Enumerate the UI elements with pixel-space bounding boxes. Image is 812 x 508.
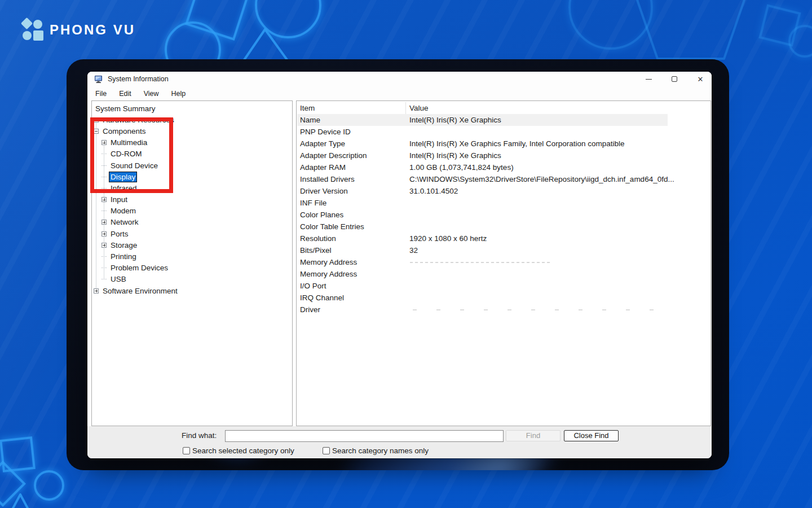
checkbox-search-category-names[interactable] [323, 447, 330, 454]
find-button[interactable]: Find [506, 430, 561, 441]
tree-item-input[interactable]: Input [92, 194, 292, 205]
tree-item-label: Network [109, 217, 140, 227]
tree-connector-dash [102, 279, 107, 279]
tree-item-usb[interactable]: USB [92, 274, 292, 285]
title-bar[interactable]: System Information ✕ [87, 72, 712, 87]
tree-item-storage[interactable]: Storage [92, 239, 292, 251]
redacted-value [413, 309, 658, 310]
find-what-label: Find what: [182, 431, 217, 440]
tree-item-label: Modem [109, 206, 137, 216]
value-cell: 31.0.101.4502 [409, 185, 458, 197]
tree-item-label: Software Environment [102, 286, 179, 296]
tree-item-system-summary[interactable]: System Summary [92, 103, 292, 114]
table-row-pnp-device-id[interactable]: PNP Device ID [297, 126, 668, 138]
table-row-color-table-entries[interactable]: Color Table Entries [297, 221, 668, 233]
brand-logo-icon [21, 19, 45, 41]
tree-item-label: Storage [109, 240, 138, 250]
table-row-adapter-ram[interactable]: Adapter RAM1.00 GB (1,073,741,824 bytes) [297, 161, 668, 173]
table-row-adapter-type[interactable]: Adapter TypeIntel(R) Iris(R) Xe Graphics… [297, 138, 668, 150]
window-title: System Information [108, 75, 169, 83]
expand-plus-icon[interactable] [102, 231, 107, 237]
tree-connector-dash [102, 268, 107, 268]
maximize-icon [672, 76, 677, 82]
menu-edit[interactable]: Edit [117, 89, 134, 99]
table-row-installed-drivers[interactable]: Installed DriversC:\WINDOWS\System32\Dri… [297, 173, 668, 185]
minimize-button[interactable] [636, 72, 661, 86]
menu-help[interactable]: Help [169, 89, 188, 99]
redacted-value [410, 262, 552, 263]
checkbox-search-selected-category[interactable] [183, 447, 190, 454]
tree-item-label: Ports [109, 229, 130, 239]
item-cell: Memory Address [300, 268, 357, 280]
tree-item-label: Input [109, 195, 129, 204]
item-cell: Installed Drivers [300, 173, 355, 185]
close-button[interactable]: ✕ [687, 72, 713, 86]
details-panel: Item Value NameIntel(R) Iris(R) Xe Graph… [296, 100, 711, 426]
red-highlight-annotation [90, 117, 173, 193]
value-cell: C:\WINDOWS\System32\DriverStore\FileRepo… [409, 173, 674, 185]
table-row-driver[interactable]: Driver [297, 304, 668, 316]
item-cell: Color Table Entries [300, 221, 364, 233]
expand-plus-icon[interactable] [102, 243, 107, 248]
table-row-color-planes[interactable]: Color Planes [297, 209, 668, 221]
logo-circle-shape [33, 20, 42, 29]
tree-item-label: System Summary [94, 104, 157, 113]
brand-logo: PHONG VU [21, 19, 135, 41]
table-row-memory-address[interactable]: Memory Address [297, 256, 668, 268]
column-header-item: Item [300, 102, 315, 114]
table-row-memory-address[interactable]: Memory Address [297, 268, 668, 280]
find-options-row: Search selected category only Search cat… [87, 446, 712, 456]
tree-item-ports[interactable]: Ports [92, 228, 292, 239]
find-bar: Find what: Find Close Find Search select… [87, 426, 712, 458]
item-cell: Resolution [300, 233, 336, 244]
logo-square-shape [33, 30, 43, 41]
item-cell: Adapter Type [300, 138, 345, 150]
checkbox-label: Search category names only [332, 446, 429, 455]
logo-circle-shape [23, 31, 32, 40]
value-cell: Intel(R) Iris(R) Xe Graphics Family, Int… [409, 138, 625, 150]
tree-item-software-environment[interactable]: Software Environment [92, 285, 292, 296]
tree-item-label: Problem Devices [109, 263, 169, 273]
item-cell: IRQ Channel [300, 292, 344, 304]
expand-plus-icon[interactable] [94, 288, 99, 294]
table-row-resolution[interactable]: Resolution1920 x 1080 x 60 hertz [297, 233, 668, 244]
value-cell: 32 [409, 244, 418, 256]
table-row-irq-channel[interactable]: IRQ Channel [297, 292, 668, 304]
tree-item-label: USB [109, 274, 127, 284]
item-cell: Adapter RAM [300, 161, 346, 173]
table-row-inf-file[interactable]: INF File [297, 197, 668, 209]
table-row-i-o-port[interactable]: I/O Port [297, 280, 668, 292]
maximize-button[interactable] [661, 72, 687, 86]
checkbox-label: Search selected category only [192, 446, 294, 455]
item-cell: Memory Address [300, 256, 357, 268]
table-row-bits-pixel[interactable]: Bits/Pixel32 [297, 244, 668, 256]
table-row-name[interactable]: NameIntel(R) Iris(R) Xe Graphics [297, 114, 668, 126]
find-input[interactable] [225, 430, 504, 442]
table-row-adapter-description[interactable]: Adapter DescriptionIntel(R) Iris(R) Xe G… [297, 150, 668, 161]
tree-item-network[interactable]: Network [92, 217, 292, 228]
close-icon: ✕ [698, 76, 704, 83]
expand-plus-icon[interactable] [102, 197, 107, 202]
logo-diamond-shape [21, 17, 33, 29]
item-cell: I/O Port [300, 280, 326, 292]
system-information-window: System Information ✕ FileEditViewHelp Sy… [87, 72, 712, 458]
item-cell: Adapter Description [300, 150, 367, 161]
menu-bar: FileEditViewHelp [87, 87, 712, 100]
menu-view[interactable]: View [142, 89, 161, 99]
value-cell: 1920 x 1080 x 60 hertz [409, 233, 487, 244]
table-row-driver-version[interactable]: Driver Version31.0.101.4502 [297, 185, 668, 197]
tree-item-printing[interactable]: Printing [92, 251, 292, 262]
msinfo-app-icon [94, 75, 103, 84]
menu-file[interactable]: File [93, 89, 109, 99]
close-find-button[interactable]: Close Find [564, 430, 619, 441]
item-cell: PNP Device ID [300, 126, 351, 138]
deco-pentagon-outline [632, 0, 750, 63]
tree-connector-dash [102, 211, 107, 211]
value-cell: Intel(R) Iris(R) Xe Graphics [409, 114, 501, 126]
table-header-row: Item Value [297, 102, 668, 114]
value-cell: Intel(R) Iris(R) Xe Graphics [409, 150, 501, 161]
expand-plus-icon[interactable] [102, 220, 107, 225]
tree-item-problem-devices[interactable]: Problem Devices [92, 262, 292, 274]
tree-item-modem[interactable]: Modem [92, 205, 292, 217]
brand-name: PHONG VU [50, 22, 135, 38]
